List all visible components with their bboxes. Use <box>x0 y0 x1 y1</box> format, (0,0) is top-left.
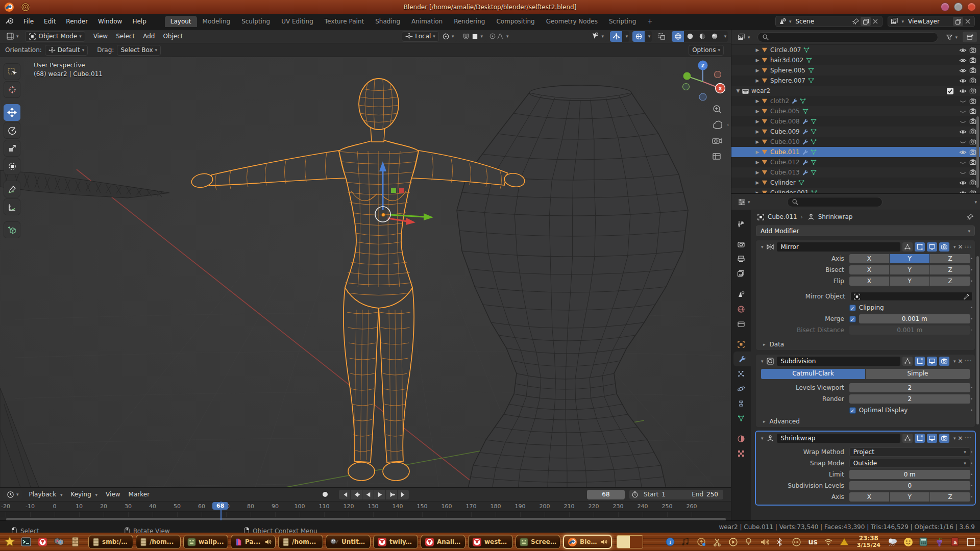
collection-checkbox[interactable] <box>947 88 953 94</box>
show-overlays-toggle[interactable] <box>632 31 645 42</box>
tray-info-icon[interactable]: i <box>666 537 676 546</box>
window-sticky-button[interactable] <box>941 3 949 11</box>
camera-visibility-icon[interactable] <box>968 46 978 54</box>
expand-arrow-icon[interactable]: ▶ <box>754 139 761 144</box>
new-collection-button[interactable] <box>963 32 977 42</box>
workspace-tab-geometry-nodes[interactable]: Geometry Nodes <box>541 16 603 27</box>
levels-viewport-field[interactable]: 2 <box>849 383 970 392</box>
properties-tab-object[interactable] <box>731 337 751 352</box>
eye-open-icon[interactable] <box>958 148 968 156</box>
tray-usb-icon[interactable] <box>792 538 802 546</box>
camera-visibility-icon[interactable] <box>968 67 978 74</box>
properties-tab-modifiers[interactable] <box>733 352 751 366</box>
current-frame-field[interactable]: 68 <box>587 490 625 499</box>
segment-z[interactable]: Z <box>930 265 970 274</box>
timeline-menu-view[interactable]: View <box>102 490 124 499</box>
tray-bluetooth-icon[interactable] <box>776 538 787 546</box>
drag-handle[interactable]: ∷∷ <box>965 244 972 249</box>
expand-arrow-icon[interactable]: ▶ <box>754 119 761 124</box>
outliner-item-sphere-005[interactable]: ▶Sphere.005 <box>731 65 980 76</box>
segment-y[interactable]: Y <box>890 277 929 286</box>
optimal-display-checkbox[interactable]: ✓ <box>849 407 856 414</box>
merge-checkbox[interactable]: ✓ <box>849 316 856 322</box>
menu-help[interactable]: Help <box>127 16 151 27</box>
workspace-tab-modeling[interactable]: Modeling <box>197 16 236 27</box>
object-name[interactable]: Sphere.005 <box>770 67 805 74</box>
outliner-display-mode[interactable]: ▾ <box>734 32 753 42</box>
timeline-menu-keying[interactable]: Keying ▾ <box>66 490 102 499</box>
realtime-toggle[interactable] <box>927 434 937 443</box>
eye-closed-icon[interactable] <box>958 118 968 126</box>
visibility-dropdown[interactable]: ▾ <box>588 31 607 42</box>
segment-x[interactable]: X <box>849 265 889 274</box>
expand-arrow-icon[interactable]: ▶ <box>754 58 761 63</box>
properties-tab-particles[interactable] <box>731 366 751 381</box>
play-reverse-button[interactable] <box>362 490 374 499</box>
expand-arrow-icon[interactable]: ▶ <box>754 170 761 175</box>
end-frame-field[interactable]: 250 <box>706 491 723 498</box>
taskbar-window-5[interactable]: Untitl... <box>326 535 371 549</box>
taskbar-window-3[interactable]: Pa... <box>231 535 276 549</box>
prev-keyframe-button[interactable] <box>351 490 362 499</box>
taskbar-window-1[interactable]: /hom... <box>136 535 181 549</box>
eye-closed-icon[interactable] <box>958 169 968 177</box>
clipping-checkbox[interactable]: ✓ <box>849 305 856 311</box>
tool-add-cube-button[interactable] <box>4 221 20 238</box>
camera-visibility-icon[interactable] <box>968 87 978 94</box>
properties-tab-material[interactable] <box>731 431 751 446</box>
shading-material-button[interactable] <box>696 31 708 42</box>
taskbar-window-4[interactable]: /hom... <box>278 535 323 549</box>
mirror-object-field[interactable] <box>850 292 973 301</box>
outliner-item-circle-007[interactable]: ▶Circle.007 <box>731 45 980 55</box>
start-frame-field[interactable]: 1 <box>662 491 689 498</box>
modifier-extras-dropdown[interactable]: ▾ <box>953 244 956 249</box>
edit-mode-toggle[interactable] <box>915 357 925 366</box>
camera-visibility-icon[interactable] <box>968 189 978 194</box>
properties-search-input[interactable] <box>787 197 883 207</box>
eye-open-icon[interactable] <box>958 57 968 64</box>
scene-selector[interactable]: ▾ Scene <box>775 16 883 27</box>
outliner-item-cube-008[interactable]: ▶Cube.008 <box>731 116 980 127</box>
on-cage-toggle[interactable] <box>902 357 913 366</box>
expand-arrow-icon[interactable]: ▶ <box>754 47 761 53</box>
menu-render[interactable]: Render <box>61 16 93 27</box>
collapse-icon[interactable]: ▾ <box>761 244 764 249</box>
workspace-tab-texture-paint[interactable]: Texture Paint <box>319 16 370 27</box>
show-gizmo-toggle[interactable] <box>610 31 622 42</box>
outliner-item-cube-005[interactable]: ▶Cube.005 <box>731 106 980 116</box>
taskbar-window-0[interactable]: smb://... <box>88 535 133 549</box>
workspace-tab-shading[interactable]: Shading <box>370 16 406 27</box>
eye-open-icon[interactable] <box>958 67 968 74</box>
tray-calculator-icon[interactable] <box>919 537 929 546</box>
timeline-editor-type[interactable]: ▾ <box>3 489 22 500</box>
viewlayer-name[interactable]: ViewLayer <box>904 18 953 25</box>
outliner-item-cube-010[interactable]: ▶Cube.010 <box>731 137 980 147</box>
clock[interactable]: 23:383/15/24 <box>857 535 880 548</box>
properties-tab-output[interactable] <box>731 252 751 266</box>
tray-update-icon[interactable] <box>697 538 707 546</box>
tool-transform-button[interactable] <box>4 158 20 174</box>
expand-arrow-icon[interactable]: ▶ <box>754 190 761 194</box>
collapse-icon[interactable]: ▾ <box>761 436 764 441</box>
eye-closed-icon[interactable] <box>958 97 968 105</box>
properties-tab-scene[interactable] <box>731 287 751 302</box>
overlays-dropdown[interactable]: ▾ <box>645 31 652 42</box>
properties-scrollbar[interactable] <box>976 256 979 424</box>
viewlayer-selector[interactable]: ▾ ViewLayer <box>888 16 975 27</box>
modifier-name-field[interactable]: Shrinkwrap <box>777 434 900 443</box>
expand-arrow-icon[interactable]: ▶ <box>754 180 761 185</box>
window-minimize-button[interactable] <box>954 3 963 11</box>
taskbar-window-9[interactable]: Scree... <box>516 535 560 549</box>
segment-x[interactable]: X <box>849 254 889 263</box>
drag-handle[interactable]: ∷∷ <box>965 359 972 364</box>
properties-tab-tool[interactable] <box>731 216 751 231</box>
eye-open-icon[interactable] <box>958 77 968 85</box>
workspace-tab-scripting[interactable]: Scripting <box>603 16 642 27</box>
close-icon[interactable] <box>871 18 880 24</box>
properties-tab-collection[interactable] <box>731 316 751 331</box>
workspace-tab-compositing[interactable]: Compositing <box>491 16 540 27</box>
scene-name[interactable]: Scene <box>791 18 851 25</box>
outliner-search-input[interactable] <box>757 32 939 42</box>
workspace-tab--[interactable]: + <box>642 16 658 27</box>
tray-volume-icon[interactable] <box>761 538 771 546</box>
